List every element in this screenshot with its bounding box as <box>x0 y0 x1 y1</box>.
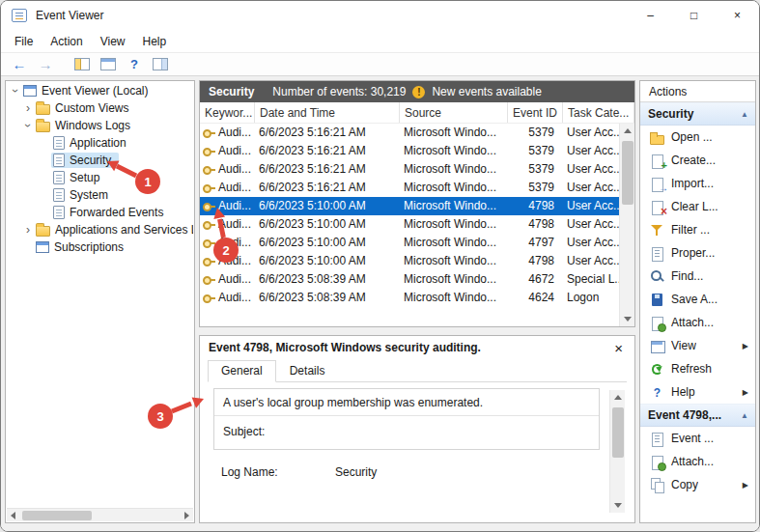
action-attach-task-to-log[interactable]: Attach... <box>640 311 755 334</box>
event-row[interactable]: Audi... 6/6/2023 5:08:39 AM Microsoft Wi… <box>200 289 619 307</box>
column-source[interactable]: Source <box>400 102 508 123</box>
cell-task-category: User Acc... <box>563 179 619 197</box>
close-button[interactable]: × <box>716 1 759 30</box>
scroll-down-button[interactable] <box>610 497 626 513</box>
scrollbar-thumb[interactable] <box>622 141 633 205</box>
action-filter-current-log[interactable]: Filter ... <box>640 218 755 241</box>
action-label: Attach... <box>671 455 714 468</box>
copy-icon <box>650 478 664 492</box>
events-scrollbar[interactable] <box>619 124 634 326</box>
action-view[interactable]: View ▶ <box>640 334 755 357</box>
cell-event-id: 5379 <box>508 142 563 160</box>
column-keywords[interactable]: Keywor... <box>200 102 255 123</box>
menu-file[interactable]: File <box>6 32 42 51</box>
scrollbar-thumb[interactable] <box>612 407 624 458</box>
minimize-button[interactable]: – <box>629 1 672 30</box>
tab-details[interactable]: Details <box>276 360 339 382</box>
action-refresh[interactable]: Refresh <box>640 357 755 380</box>
show-console-tree-button[interactable] <box>70 54 94 74</box>
properties-button[interactable] <box>97 54 120 74</box>
collapse-section-icon: ▲ <box>741 110 748 119</box>
scroll-right-button[interactable] <box>180 509 193 522</box>
scroll-down-button[interactable] <box>620 311 635 326</box>
event-description-box: A user's local group membership was enum… <box>213 388 600 450</box>
back-button[interactable]: ← <box>8 54 31 74</box>
action-import-custom-view[interactable]: Import... <box>640 172 755 195</box>
tree-item-setup[interactable]: Setup <box>7 169 193 186</box>
scroll-left-button[interactable] <box>7 509 20 522</box>
actions-section-event-4798[interactable]: Event 4798,... ▲ <box>640 404 755 427</box>
chevron-right-icon[interactable] <box>22 224 34 236</box>
column-date-and-time[interactable]: Date and Time <box>255 102 400 123</box>
event-row[interactable]: Audi... 6/6/2023 5:10:00 AM Microsoft Wi… <box>200 234 619 252</box>
tree-item-label: Subscriptions <box>54 240 124 254</box>
action-clear-log[interactable]: Clear L... <box>640 195 755 218</box>
action-label: Clear L... <box>671 200 718 213</box>
actions-pane: Actions Security ▲ Open ... Create... Im… <box>639 80 756 523</box>
column-event-id[interactable]: Event ID <box>508 102 563 123</box>
menu-action[interactable]: Action <box>42 32 91 51</box>
tree-item-application[interactable]: Application <box>7 134 193 152</box>
action-create-custom-view[interactable]: Create... <box>640 149 755 172</box>
event-viewer-window: Event Viewer – □ × File Action View Help… <box>0 0 760 532</box>
chevron-down-icon[interactable] <box>22 120 34 131</box>
event-row[interactable]: Audi... 6/6/2023 5:16:21 AM Microsoft Wi… <box>200 179 619 197</box>
tree-item-custom-views[interactable]: Custom Views <box>7 99 193 117</box>
action-open-saved-log[interactable]: Open ... <box>640 126 755 149</box>
action-save-all-events-as[interactable]: Save A... <box>640 288 755 311</box>
tree-item-event-viewer-local[interactable]: Event Viewer (Local) <box>7 82 193 99</box>
action-help[interactable]: Help ▶ <box>640 380 755 404</box>
maximize-button[interactable]: □ <box>672 1 716 30</box>
action-event-properties[interactable]: Event ... <box>640 427 755 450</box>
tab-general[interactable]: General <box>208 360 276 382</box>
tree-item-label: Security <box>70 154 111 167</box>
chevron-right-icon[interactable] <box>22 102 34 114</box>
actions-section-security[interactable]: Security ▲ <box>640 102 755 126</box>
event-row-selected[interactable]: Audi... 6/6/2023 5:10:00 AM Microsoft Wi… <box>200 197 619 215</box>
show-action-pane-button[interactable] <box>149 54 172 74</box>
action-find[interactable]: Find... <box>640 265 755 288</box>
tree-item-label: Event Viewer (Local) <box>42 84 149 98</box>
tree-item-windows-logs[interactable]: Windows Logs <box>7 117 193 134</box>
tree-item-subscriptions[interactable]: Subscriptions <box>7 238 193 256</box>
events-list-titlebar: Security Number of events: 30,219 ! New … <box>200 81 634 102</box>
action-label: Filter ... <box>671 223 710 237</box>
subscriptions-icon <box>36 241 49 253</box>
scrollbar-thumb[interactable] <box>22 511 92 520</box>
log-icon <box>53 136 65 150</box>
forward-icon: → <box>39 57 53 71</box>
event-row[interactable]: Audi... 6/6/2023 5:16:21 AM Microsoft Wi… <box>200 142 619 160</box>
tree-item-forwarded-events[interactable]: Forwarded Events <box>7 204 193 221</box>
cell-keywords: Audi... <box>200 142 255 160</box>
tree-item-security[interactable]: Security <box>7 152 193 169</box>
column-task-category[interactable]: Task Cate... <box>563 102 634 123</box>
scroll-up-button[interactable] <box>620 124 635 139</box>
back-icon: ← <box>13 57 27 71</box>
attach-task-icon <box>650 455 664 469</box>
event-row[interactable]: Audi... 6/6/2023 5:10:00 AM Microsoft Wi… <box>200 252 619 270</box>
close-preview-button[interactable]: × <box>614 341 623 355</box>
action-attach-task-to-event[interactable]: Attach... <box>640 450 755 473</box>
event-row[interactable]: Audi... 6/6/2023 5:16:21 AM Microsoft Wi… <box>200 124 619 142</box>
preview-scrollbar[interactable] <box>609 390 625 513</box>
menu-view[interactable]: View <box>92 32 134 51</box>
event-row[interactable]: Audi... 6/6/2023 5:16:21 AM Microsoft Wi… <box>200 160 619 179</box>
action-copy[interactable]: Copy ▶ <box>640 473 755 496</box>
events-panel: Security Number of events: 30,219 ! New … <box>199 80 635 327</box>
scroll-up-button[interactable] <box>610 390 626 406</box>
console-tree: Event Viewer (Local) Custom Views Window… <box>7 82 193 508</box>
tree-item-applications-and-services-logs[interactable]: Applications and Services Lo <box>7 221 193 238</box>
log-title: Security <box>209 85 254 98</box>
help-button[interactable]: ? <box>123 54 146 74</box>
tree-item-system[interactable]: System <box>7 186 193 204</box>
log-name-label: Log Name: <box>221 465 335 479</box>
tree-horizontal-scrollbar[interactable] <box>7 508 193 521</box>
menu-help[interactable]: Help <box>134 32 176 51</box>
forward-button[interactable]: → <box>34 54 57 74</box>
action-properties[interactable]: Proper... <box>640 241 755 265</box>
event-row[interactable]: Audi... 6/6/2023 5:08:39 AM Microsoft Wi… <box>200 270 619 289</box>
cell-datetime: 6/6/2023 5:08:39 AM <box>255 270 400 289</box>
chevron-down-icon[interactable] <box>10 85 21 97</box>
title-area: Event Viewer <box>1 9 103 22</box>
event-row[interactable]: Audi... 6/6/2023 5:10:00 AM Microsoft Wi… <box>200 215 619 234</box>
